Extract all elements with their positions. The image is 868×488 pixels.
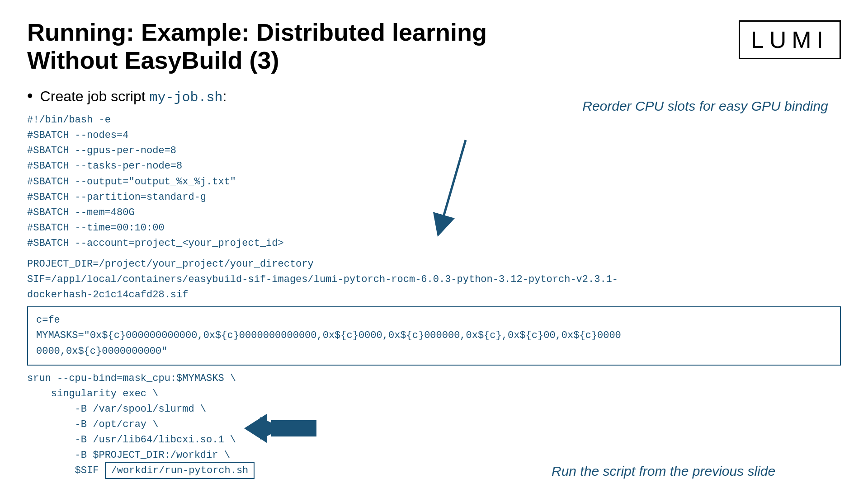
logo-box: LUMI bbox=[739, 20, 841, 59]
srun-section: srun --cpu-bind=mask_cpu:$MYMASKS \ sing… bbox=[27, 371, 841, 464]
last-line-highlighted-code: /workdir/run-pytorch.sh bbox=[111, 465, 249, 476]
title-line2: Without EasyBuild (3) bbox=[27, 47, 279, 74]
title-line1: Running: Example: Distributed learning bbox=[27, 19, 487, 46]
annotation-run: Run the script from the previous slide bbox=[552, 464, 841, 479]
bullet-text-before: Create job script bbox=[40, 88, 150, 104]
highlighted-masks-box: c=fe MYMASKS="0x${c}000000000000,0x${c}0… bbox=[27, 306, 841, 365]
slide-container: Running: Example: Distributed learning W… bbox=[0, 0, 868, 488]
annotation-cpu: Reorder CPU slots for easy GPU binding bbox=[570, 99, 841, 114]
last-line-prefix: $SIF bbox=[27, 465, 105, 476]
vars-section: PROJECT_DIR=/project/your_project/your_d… bbox=[27, 257, 841, 303]
bullet-inline-code: my-job.sh bbox=[149, 90, 222, 105]
cpu-label-text: Reorder CPU slots for easy GPU binding bbox=[582, 99, 828, 113]
page-title: Running: Example: Distributed learning W… bbox=[27, 18, 487, 74]
run-label-text: Run the script from the previous slide bbox=[552, 464, 775, 479]
last-line-highlighted-box: /workdir/run-pytorch.sh bbox=[105, 462, 255, 479]
shebang-section: #!/bin/bash -e #SBATCH --nodes=4 #SBATCH… bbox=[27, 113, 841, 251]
header: Running: Example: Distributed learning W… bbox=[27, 18, 841, 74]
code-area: #!/bin/bash -e #SBATCH --nodes=4 #SBATCH… bbox=[27, 113, 841, 479]
bullet-dot: • bbox=[27, 88, 33, 104]
bullet-text-after: : bbox=[223, 88, 227, 104]
highlighted-code: c=fe MYMASKS="0x${c}000000000000,0x${c}0… bbox=[36, 313, 832, 359]
bullet-text: Create job script my-job.sh: bbox=[40, 88, 227, 105]
logo: LUMI bbox=[751, 27, 829, 53]
